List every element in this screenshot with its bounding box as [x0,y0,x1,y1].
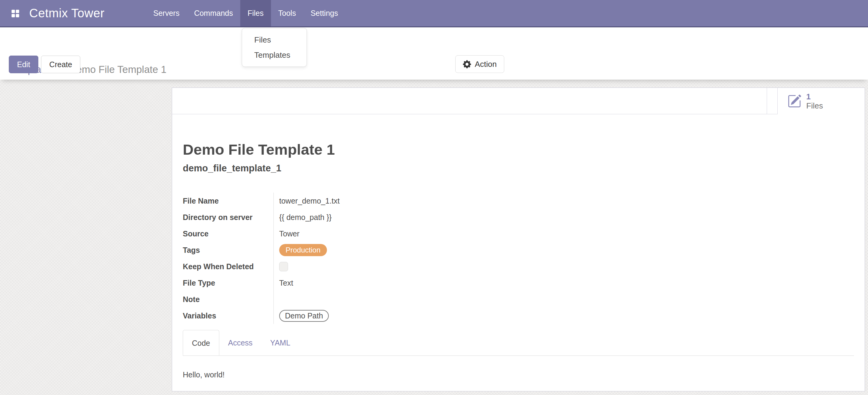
field-value: Text [273,275,854,291]
nav-item-commands[interactable]: Commands [187,0,240,27]
form-status-strip: 1 Files [172,88,865,114]
field-row-file-name: File Name tower_demo_1.txt [183,193,854,209]
field-label: Keep When Deleted [183,258,273,275]
stat-count: 1 [806,92,823,101]
action-button[interactable]: Action [455,55,504,73]
stat-label: Files [806,101,823,110]
field-row-note: Note [183,291,854,307]
code-tab-content: Hello, world! [183,356,854,379]
tab-code[interactable]: Code [183,330,219,356]
fields-table: File Name tower_demo_1.txt Directory on … [183,193,854,324]
apps-grid-icon[interactable] [11,10,19,17]
field-label: Source [183,226,273,242]
action-button-label: Action [475,60,497,69]
control-panel: Templates / Demo File Template 1 Edit Cr… [0,27,868,79]
nav-item-files[interactable]: Files [240,0,271,27]
field-label: Tags [183,242,273,258]
tag-badge-production[interactable]: Production [279,244,327,256]
field-label: Variables [183,307,273,324]
field-row-directory: Directory on server {{ demo_path }} [183,209,854,226]
keep-when-deleted-checkbox[interactable] [279,262,288,271]
button-box-divider [767,88,777,114]
field-label: File Type [183,275,273,291]
stat-text: 1 Files [806,92,823,110]
gear-icon [463,60,471,68]
top-navbar: Cetmix Tower Servers Commands Files Tool… [0,0,868,27]
field-label: File Name [183,193,273,209]
nav-item-servers[interactable]: Servers [146,0,187,27]
create-button[interactable]: Create [41,56,80,73]
form-sheet: Demo File Template 1 demo_file_template_… [172,141,865,379]
field-row-variables: Variables Demo Path [183,307,854,324]
field-value: Demo Path [273,307,854,324]
notebook-tabs: Code Access YAML [183,330,854,356]
field-label: Directory on server [183,209,273,226]
variable-pill-demo-path[interactable]: Demo Path [279,310,329,322]
field-value: tower_demo_1.txt [273,193,854,209]
edit-button[interactable]: Edit [9,56,38,73]
menu-item-files[interactable]: Files [242,32,307,47]
field-row-file-type: File Type Text [183,275,854,291]
form-buttons: Edit Create [9,56,80,73]
field-value [273,258,854,275]
files-dropdown-menu: Files Templates [242,28,307,67]
files-stat-button[interactable]: 1 Files [777,88,865,114]
field-label: Note [183,291,273,307]
form-sheet-card: 1 Files Demo File Template 1 demo_file_t… [172,88,865,391]
record-title: Demo File Template 1 [183,141,854,158]
field-value: Production [273,242,854,258]
form-background: 1 Files Demo File Template 1 demo_file_t… [0,79,868,395]
stat-button-box: 1 Files [767,88,865,114]
field-row-keep-when-deleted: Keep When Deleted [183,258,854,275]
breadcrumb-current: Demo File Template 1 [69,64,166,75]
record-technical-name: demo_file_template_1 [183,163,854,174]
field-row-tags: Tags Production [183,242,854,258]
main-menu: Servers Commands Files Tools Settings [146,0,345,27]
nav-item-settings[interactable]: Settings [303,0,345,27]
app-brand-title[interactable]: Cetmix Tower [29,0,104,27]
nav-item-tools[interactable]: Tools [271,0,303,27]
field-value: {{ demo_path }} [273,209,854,226]
field-row-source: Source Tower [183,226,854,242]
tab-access[interactable]: Access [219,330,261,356]
field-value [273,291,854,307]
menu-item-templates[interactable]: Templates [242,47,307,63]
field-value: Tower [273,226,854,242]
app-window: Cetmix Tower Servers Commands Files Tool… [0,0,868,395]
tab-yaml[interactable]: YAML [261,330,299,356]
pencil-square-icon [787,94,801,108]
